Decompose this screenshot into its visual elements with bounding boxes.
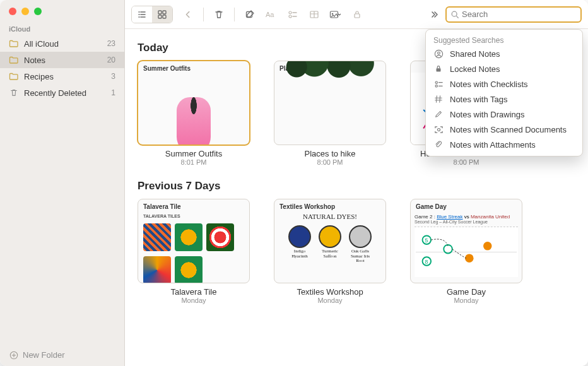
- zoom-window-button[interactable]: [34, 8, 42, 15]
- suggestion-label: Notes with Drawings: [450, 110, 525, 119]
- list-view-button[interactable]: [132, 6, 152, 23]
- delete-button[interactable]: [209, 6, 229, 23]
- sidebar-item-count: 23: [107, 39, 115, 48]
- svg-text:8: 8: [425, 259, 428, 265]
- svg-point-29: [435, 85, 437, 86]
- svg-rect-3: [158, 15, 162, 18]
- person-circle-icon: [433, 49, 444, 59]
- sidebar-item-label: Recipes: [24, 72, 111, 81]
- svg-rect-2: [163, 11, 166, 14]
- svg-point-7: [289, 11, 291, 14]
- svg-rect-1: [158, 11, 162, 14]
- checklist-button[interactable]: [283, 6, 303, 23]
- overflow-button[interactable]: [424, 6, 444, 23]
- search-icon: [450, 10, 459, 19]
- note-thumbnail: Talavera TileTALAVERA TILES: [138, 199, 250, 283]
- suggestion-notes-with-drawings[interactable]: Notes with Drawings: [426, 107, 582, 122]
- sidebar-item-count: 20: [107, 56, 115, 64]
- minimize-window-button[interactable]: [21, 8, 29, 15]
- plus-circle-icon: [9, 351, 19, 360]
- svg-point-23: [465, 254, 474, 263]
- note-card[interactable]: Places to hikePlaces to hike8:00 PM: [274, 61, 386, 166]
- suggestion-notes-with-scanned-documents[interactable]: Notes with Scanned Documents: [426, 122, 582, 137]
- media-button[interactable]: [326, 6, 346, 23]
- suggestion-shared-notes[interactable]: Shared Notes: [426, 46, 582, 61]
- note-card[interactable]: Game DayGame 2 : Blue Streak vs Manzanit…: [410, 199, 522, 304]
- hash-icon: [433, 94, 444, 104]
- lock-icon: [433, 64, 444, 74]
- folder-icon: [9, 39, 19, 48]
- sidebar-item-count: 3: [111, 72, 115, 81]
- note-thumbnail: Textiles WorkshopNATURAL DYES!Indigo Hya…: [274, 199, 386, 283]
- note-title: Textiles Workshop: [274, 287, 386, 297]
- svg-point-28: [435, 81, 437, 83]
- svg-point-26: [437, 52, 440, 54]
- view-switcher: [131, 6, 173, 23]
- note-card[interactable]: Summer OutfitsSummer Outfits8:01 PM: [138, 61, 250, 166]
- suggestion-notes-with-attachments[interactable]: Notes with Attachments: [426, 137, 582, 152]
- note-time: Monday: [274, 297, 386, 304]
- suggestion-label: Notes with Attachments: [450, 140, 536, 150]
- suggestion-locked-notes[interactable]: Locked Notes: [426, 61, 582, 76]
- note-time: Monday: [410, 297, 522, 304]
- gallery-view-button[interactable]: [152, 6, 172, 23]
- lock-button[interactable]: [347, 6, 367, 23]
- svg-rect-27: [437, 68, 441, 71]
- sidebar: iCloud All iCloud23Notes20Recipes3Recent…: [0, 0, 125, 366]
- svg-point-11: [332, 13, 334, 15]
- pencil-icon: [433, 109, 444, 119]
- divider: [203, 8, 204, 21]
- new-folder-label: New Folder: [23, 350, 64, 360]
- note-thumbnail: Game DayGame 2 : Blue Streak vs Manzanit…: [410, 199, 522, 283]
- svg-point-13: [452, 11, 457, 16]
- folder-icon: [9, 72, 19, 81]
- suggestion-notes-with-tags[interactable]: Notes with Tags: [426, 92, 582, 107]
- paperclip-icon: [433, 139, 444, 150]
- checklist-icon: [433, 79, 444, 89]
- folder-icon: [9, 56, 19, 64]
- card-grid: Talavera TileTALAVERA TILESTalavera Tile…: [138, 199, 575, 304]
- note-title: Places to hike: [274, 149, 386, 158]
- svg-text:5: 5: [425, 237, 428, 244]
- svg-point-24: [483, 242, 492, 251]
- sidebar-item-recipes[interactable]: Recipes3: [0, 68, 124, 85]
- sidebar-item-label: Notes: [24, 56, 107, 65]
- sidebar-item-recently-deleted[interactable]: Recently Deleted1: [0, 85, 124, 101]
- window-controls: [0, 0, 124, 20]
- trash-icon: [9, 88, 19, 97]
- search-input[interactable]: [462, 9, 577, 19]
- compose-button[interactable]: [240, 6, 260, 23]
- search-suggestions-popover: Suggested Searches Shared NotesLocked No…: [425, 29, 583, 156]
- svg-rect-4: [163, 15, 166, 18]
- note-title: Summer Outfits: [138, 149, 250, 158]
- note-card[interactable]: Textiles WorkshopNATURAL DYES!Indigo Hya…: [274, 199, 386, 304]
- group-header: Previous 7 Days: [138, 180, 575, 192]
- note-card[interactable]: Talavera TileTALAVERA TILESTalavera Tile…: [138, 199, 250, 304]
- note-time: 8:00 PM: [410, 158, 522, 166]
- svg-point-8: [289, 15, 291, 18]
- sidebar-section-label: iCloud: [0, 20, 124, 35]
- note-time: 8:00 PM: [274, 158, 386, 166]
- thumb-title: Talavera Tile: [138, 199, 249, 211]
- sidebar-item-label: All iCloud: [24, 39, 107, 49]
- back-button[interactable]: [178, 6, 198, 23]
- sidebar-item-label: Recently Deleted: [24, 88, 111, 98]
- suggestion-label: Notes with Scanned Documents: [450, 125, 567, 134]
- table-button[interactable]: [304, 6, 324, 23]
- format-button[interactable]: Aa: [261, 6, 281, 23]
- suggestion-notes-with-checklists[interactable]: Notes with Checklists: [426, 76, 582, 92]
- note-thumbnail: Places to hike: [274, 61, 386, 145]
- close-window-button[interactable]: [9, 8, 16, 15]
- suggestion-label: Shared Notes: [450, 49, 500, 59]
- app-window: iCloud All iCloud23Notes20Recipes3Recent…: [0, 0, 588, 366]
- suggestion-label: Locked Notes: [450, 64, 500, 74]
- sidebar-item-notes[interactable]: Notes20: [0, 52, 124, 68]
- search-field[interactable]: [445, 6, 582, 23]
- suggestion-label: Notes with Checklists: [450, 80, 528, 89]
- new-folder-button[interactable]: New Folder: [0, 344, 124, 366]
- sidebar-item-count: 1: [111, 88, 115, 97]
- thumb-title: Textiles Workshop: [274, 199, 385, 211]
- toolbar: Aa: [125, 0, 588, 29]
- sidebar-item-all-icloud[interactable]: All iCloud23: [0, 35, 124, 52]
- note-time: Monday: [138, 297, 250, 304]
